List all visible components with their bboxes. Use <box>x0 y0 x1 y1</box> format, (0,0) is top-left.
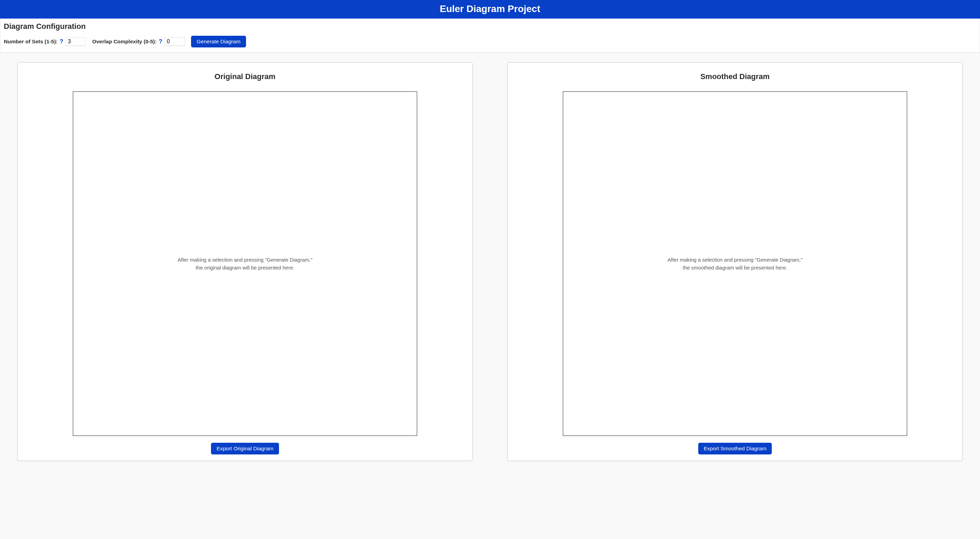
export-original-button[interactable]: Export Original Diagram <box>211 443 279 454</box>
config-panel-title: Diagram Configuration <box>4 22 976 31</box>
config-item-num-sets: Number of Sets (1-5): ? <box>4 37 86 46</box>
generate-button[interactable]: Generate Diagram <box>191 36 246 48</box>
num-sets-input[interactable] <box>65 37 86 46</box>
config-row: Number of Sets (1-5): ? Overlap Complexi… <box>4 36 976 48</box>
num-sets-label: Number of Sets (1-5): <box>4 38 58 45</box>
export-smoothed-button[interactable]: Export Smoothed Diagram <box>698 443 772 454</box>
smoothed-diagram-panel: Smoothed Diagram After making a selectio… <box>507 62 963 461</box>
config-item-overlap: Overlap Complexity (0-5): ? <box>92 37 185 46</box>
original-panel-title: Original Diagram <box>215 72 275 81</box>
help-icon[interactable]: ? <box>159 38 162 45</box>
help-icon[interactable]: ? <box>60 38 63 45</box>
config-panel: Diagram Configuration Number of Sets (1-… <box>0 19 980 53</box>
original-placeholder-line: the original diagram will be presented h… <box>196 265 294 271</box>
page-header: Euler Diagram Project <box>0 0 980 19</box>
original-diagram-panel: Original Diagram After making a selectio… <box>17 62 473 461</box>
original-placeholder-line: After making a selection and pressing "G… <box>178 257 313 263</box>
smoothed-panel-title: Smoothed Diagram <box>700 72 770 81</box>
original-diagram-canvas: After making a selection and pressing "G… <box>73 91 417 436</box>
page-title: Euler Diagram Project <box>0 3 980 14</box>
overlap-input[interactable] <box>164 37 185 46</box>
panels-row: Original Diagram After making a selectio… <box>0 53 980 468</box>
overlap-label: Overlap Complexity (0-5): <box>92 38 157 45</box>
smoothed-diagram-canvas: After making a selection and pressing "G… <box>563 91 907 436</box>
smoothed-placeholder-line: the smoothed diagram will be presented h… <box>683 265 787 271</box>
smoothed-placeholder-line: After making a selection and pressing "G… <box>668 257 803 263</box>
